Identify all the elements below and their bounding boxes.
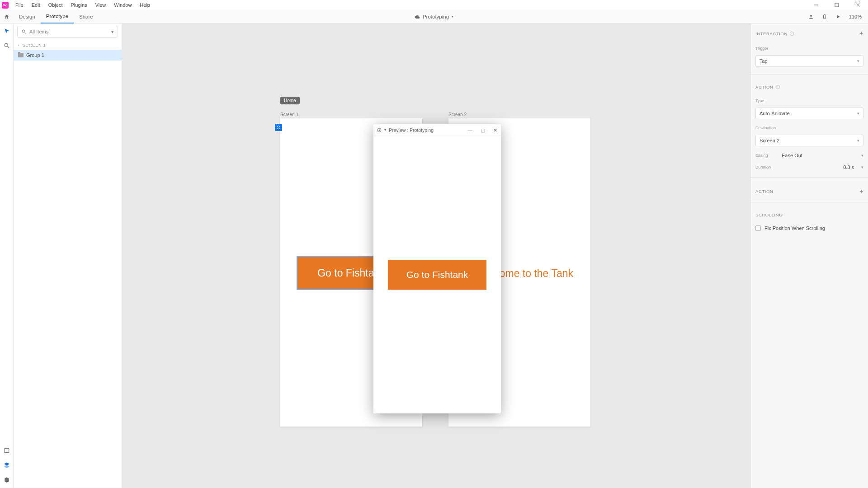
type-value: Auto-Animate bbox=[760, 111, 790, 116]
search-tool[interactable] bbox=[3, 42, 11, 50]
menu-window[interactable]: Window bbox=[110, 2, 136, 8]
layers-panel: All Items ▾ ‹ SCREEN 1 Group 1 bbox=[14, 23, 122, 488]
preview-maximize-button[interactable]: ▢ bbox=[481, 127, 485, 133]
mobile-preview-icon[interactable] bbox=[822, 14, 827, 19]
preview-title: Preview : Prototyping bbox=[389, 127, 434, 133]
home-button[interactable] bbox=[0, 14, 14, 19]
title-bar: Xd File Edit Object Plugins View Window … bbox=[0, 0, 868, 10]
chevron-down-icon: ▾ bbox=[452, 14, 453, 19]
window-minimize-button[interactable] bbox=[806, 0, 826, 10]
menu-edit[interactable]: Edit bbox=[28, 2, 44, 8]
scrolling-section-header: SCROLLING bbox=[755, 210, 863, 220]
workspace: All Items ▾ ‹ SCREEN 1 Group 1 Home Scre… bbox=[0, 23, 868, 488]
preview-go-to-fishtank-button[interactable]: Go to Fishtank bbox=[388, 260, 486, 290]
search-icon bbox=[4, 42, 10, 49]
trigger-dropdown[interactable]: Tap ▾ bbox=[755, 55, 863, 67]
zoom-level[interactable]: 110% bbox=[849, 14, 862, 19]
menu-plugins[interactable]: Plugins bbox=[67, 2, 91, 8]
scrolling-heading: SCROLLING bbox=[755, 212, 783, 217]
add-action-button[interactable]: + bbox=[859, 188, 863, 195]
interaction-section-header: INTERACTION i + bbox=[755, 27, 863, 40]
action2-heading: ACTION bbox=[755, 189, 774, 194]
svg-rect-5 bbox=[823, 14, 826, 19]
libraries-icon bbox=[4, 447, 10, 454]
preview-minimize-button[interactable]: — bbox=[468, 127, 473, 133]
libraries-button[interactable] bbox=[3, 446, 11, 455]
tool-strip bbox=[0, 23, 14, 488]
trigger-value: Tap bbox=[760, 58, 768, 64]
chevron-down-icon[interactable]: ▾ bbox=[384, 128, 386, 132]
layers-icon bbox=[4, 462, 10, 468]
window-close-button[interactable] bbox=[847, 0, 868, 10]
duration-value: 0.3 s bbox=[843, 164, 854, 170]
menu-view[interactable]: View bbox=[91, 2, 110, 8]
plugins-button[interactable] bbox=[3, 475, 11, 483]
canvas[interactable]: Home Screen 1 Go to Fishtank Screen 2 We… bbox=[122, 23, 750, 488]
info-icon[interactable]: i bbox=[789, 31, 794, 36]
menu-object[interactable]: Object bbox=[44, 2, 67, 8]
menu-help[interactable]: Help bbox=[136, 2, 154, 8]
chevron-down-icon: ▾ bbox=[111, 29, 114, 35]
user-icon[interactable] bbox=[808, 14, 814, 19]
flow-anchor[interactable] bbox=[275, 124, 282, 131]
type-dropdown[interactable]: Auto-Animate ▾ bbox=[755, 108, 863, 119]
home-icon bbox=[4, 14, 9, 19]
preview-close-button[interactable]: ✕ bbox=[493, 127, 497, 133]
layers-button[interactable] bbox=[3, 461, 11, 469]
chevron-down-icon: ▾ bbox=[857, 111, 859, 116]
layers-search-placeholder: All Items bbox=[29, 29, 48, 34]
chevron-down-icon: ▾ bbox=[857, 138, 859, 143]
duration-row[interactable]: Duration 0.3 s ▾ bbox=[755, 164, 863, 170]
svg-point-4 bbox=[810, 15, 812, 17]
tab-share[interactable]: Share bbox=[74, 10, 99, 23]
layer-row-group1[interactable]: Group 1 bbox=[14, 50, 122, 61]
chevron-left-icon: ‹ bbox=[18, 42, 20, 47]
type-label: Type bbox=[755, 99, 863, 103]
svg-point-9 bbox=[22, 30, 25, 33]
home-flow-chip[interactable]: Home bbox=[280, 97, 300, 104]
preview-window[interactable]: ▾ Preview : Prototyping — ▢ ✕ Go to Fish… bbox=[373, 124, 501, 413]
chevron-down-icon: ▾ bbox=[861, 165, 863, 169]
record-icon[interactable] bbox=[377, 128, 382, 132]
action2-section-header: ACTION + bbox=[755, 185, 863, 197]
tab-design[interactable]: Design bbox=[14, 10, 41, 23]
document-title[interactable]: Prototyping ▾ bbox=[415, 14, 453, 19]
artboard2-label[interactable]: Screen 2 bbox=[448, 112, 467, 117]
info-icon[interactable]: i bbox=[775, 84, 780, 89]
context-bar: Design Prototype Share Prototyping ▾ 110… bbox=[0, 10, 868, 23]
artboard1-label[interactable]: Screen 1 bbox=[280, 112, 298, 117]
checkbox-icon bbox=[755, 225, 761, 231]
action-section-header: ACTION i bbox=[755, 82, 863, 92]
fix-position-label: Fix Position When Scrolling bbox=[764, 225, 825, 231]
tab-prototype[interactable]: Prototype bbox=[41, 10, 74, 23]
chevron-down-icon: ▾ bbox=[861, 153, 863, 158]
preview-body[interactable]: Go to Fishtank bbox=[373, 136, 501, 413]
destination-value: Screen 2 bbox=[760, 138, 779, 143]
window-maximize-button[interactable] bbox=[826, 0, 847, 10]
svg-rect-8 bbox=[5, 448, 9, 452]
fix-position-checkbox[interactable]: Fix Position When Scrolling bbox=[755, 225, 863, 231]
svg-text:i: i bbox=[792, 32, 793, 35]
svg-text:i: i bbox=[777, 85, 778, 88]
svg-rect-1 bbox=[835, 3, 839, 7]
layer-name: Group 1 bbox=[26, 52, 44, 58]
menu-file[interactable]: File bbox=[11, 2, 28, 8]
destination-label: Destination bbox=[755, 126, 863, 130]
inspector-panel: INTERACTION i + Trigger Tap ▾ ACTION i T… bbox=[750, 23, 868, 488]
svg-line-7 bbox=[7, 47, 9, 48]
add-interaction-button[interactable]: + bbox=[859, 30, 863, 37]
interaction-heading: INTERACTION bbox=[755, 31, 788, 36]
pointer-icon bbox=[4, 28, 10, 34]
preview-titlebar[interactable]: ▾ Preview : Prototyping — ▢ ✕ bbox=[373, 124, 501, 136]
duration-label: Duration bbox=[755, 165, 777, 169]
layers-search[interactable]: All Items ▾ bbox=[17, 26, 118, 38]
chevron-down-icon: ▾ bbox=[857, 59, 859, 63]
select-tool[interactable] bbox=[3, 27, 11, 35]
easing-row[interactable]: Easing Ease Out ▾ bbox=[755, 153, 863, 158]
svg-point-6 bbox=[5, 43, 8, 47]
layers-breadcrumb[interactable]: ‹ SCREEN 1 bbox=[14, 40, 122, 50]
destination-dropdown[interactable]: Screen 2 ▾ bbox=[755, 135, 863, 146]
breadcrumb-label: SCREEN 1 bbox=[23, 42, 46, 47]
desktop-preview-icon[interactable] bbox=[835, 14, 841, 19]
easing-value: Ease Out bbox=[782, 153, 802, 158]
